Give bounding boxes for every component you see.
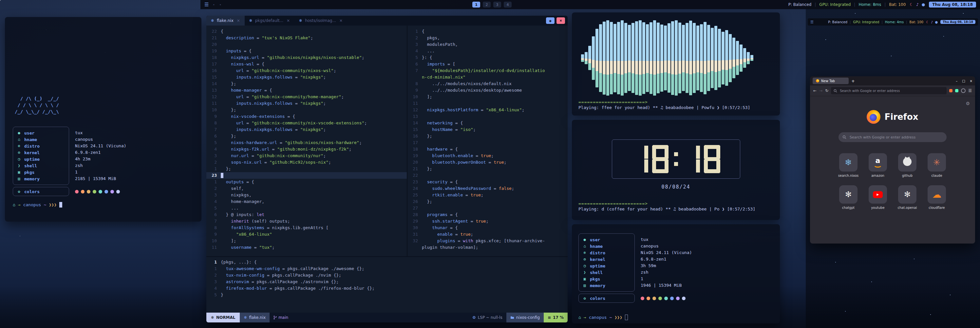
account-icon[interactable] xyxy=(961,89,966,93)
workspace-button-1[interactable]: 1 xyxy=(473,2,480,8)
workspace-button-2[interactable]: 2 xyxy=(483,2,491,8)
app-launcher-icon[interactable]: ☰ xyxy=(204,2,208,8)
fetch-row: ⚙kernel xyxy=(582,256,631,263)
visualizer-bar xyxy=(693,23,696,93)
personalize-gear-icon[interactable]: ⚙ xyxy=(966,101,970,106)
workspace-button-4[interactable]: 4 xyxy=(504,2,512,8)
code-line: 4 ... xyxy=(407,48,568,54)
night-light-icon[interactable]: ☾ xyxy=(910,2,913,7)
visualizer-bar xyxy=(740,44,743,72)
workspace-button-3[interactable]: 3 xyxy=(493,2,501,8)
fastfetch-keys-box: ●user⌂hname❄distro⚙kernel◷uptime❯shell▣p… xyxy=(578,233,635,292)
tab-label: flake.nix xyxy=(217,18,234,23)
bar-stat: P: Balanced xyxy=(788,2,811,7)
code-line: 6 } @ inputs: let xyxy=(206,211,407,218)
app-launcher-icon[interactable]: ☰ xyxy=(810,20,814,24)
minimize-button[interactable]: – xyxy=(956,79,958,83)
line-number: 8 xyxy=(206,225,221,231)
shortcut-tile[interactable]: aamazon xyxy=(865,153,891,177)
tab-close-icon[interactable]: × xyxy=(286,18,290,23)
shortcut-tile[interactable]: ▶youtube xyxy=(865,185,891,209)
terminal-visualizer[interactable]: =======================> Playing: ffee f… xyxy=(572,13,780,116)
shell-icon: ❯ xyxy=(582,270,587,275)
line-number: 2 xyxy=(206,159,221,166)
clock-widget[interactable]: Thu Aug 08, 18:18 xyxy=(940,20,975,24)
close-icon[interactable]: × xyxy=(557,17,565,24)
firefox-window[interactable]: New Tab + – □ × ← → ↻ ☰ ⚙ xyxy=(810,76,975,244)
fetch-row: ▣pkgs xyxy=(582,276,631,282)
night-light-icon[interactable]: ☾ xyxy=(926,20,929,24)
fetch-value: 1946 | 15394 MiB xyxy=(641,282,692,289)
shortcut-tile[interactable]: github xyxy=(894,153,920,177)
editor-pane-iso[interactable]: 1{2 pkgs,3 modulesPath,4 ...5}: {6 impor… xyxy=(407,25,568,256)
shortcut-tile[interactable]: ☁cloudflare xyxy=(924,185,950,209)
code-line: 2 pkgs, xyxy=(407,35,568,41)
nix-file-icon: ❄ xyxy=(249,18,253,23)
shortcut-tile[interactable]: ✻chatgpt xyxy=(835,185,861,209)
shortcut-tile[interactable]: ❄search.nixos xyxy=(835,153,861,177)
line-number: 11 xyxy=(206,100,221,107)
shortcut-tile[interactable]: ✳claude xyxy=(924,153,950,177)
notification-icon[interactable]: ● xyxy=(922,2,925,7)
prompt-segment: ❯❯❯ xyxy=(49,202,56,207)
terminal-clock[interactable]: 08/08/24 =======================> Playin… xyxy=(572,120,780,220)
editor-tab[interactable]: ❄flake.nix× xyxy=(206,16,245,25)
line-number: 11 xyxy=(206,244,221,251)
clock-widget[interactable]: Thu Aug 08, 18:18 xyxy=(929,2,976,8)
shell-prompt[interactable]: ⌂→canopus~❯❯❯ xyxy=(13,202,194,208)
shell-prompt[interactable]: ⌂→canopus~❯❯❯ xyxy=(578,315,773,320)
terminal-cursor xyxy=(59,202,62,208)
newtab-search-bar[interactable] xyxy=(838,132,947,142)
line-number xyxy=(407,244,422,251)
nix-file-icon: ❄ xyxy=(211,18,214,23)
back-button[interactable]: ← xyxy=(813,89,816,93)
shortcut-tile[interactable]: ✻chat.openai xyxy=(894,185,920,209)
code-line: 13 xyxy=(407,113,568,120)
code-line: 8 forAllSystems = nixpkgs.lib.genAttrs [ xyxy=(206,225,407,231)
fetch-row: ❄distro xyxy=(16,143,65,149)
forward-button[interactable]: → xyxy=(819,89,822,93)
host-icon: ⌂ xyxy=(16,137,22,142)
url-input[interactable] xyxy=(839,89,944,93)
new-tab-button[interactable]: + xyxy=(851,79,855,84)
close-button[interactable]: × xyxy=(970,79,972,83)
fetch-key: uptime xyxy=(24,157,40,162)
line-number: 22 xyxy=(407,172,422,179)
eye-icon[interactable]: ◉ xyxy=(546,17,555,24)
code-line: 25 rtkit.enable = true; xyxy=(407,192,568,198)
fetch-row: ▤memory xyxy=(16,176,65,182)
line-number: 5 xyxy=(206,205,221,211)
code-line: 21 description = "tux's NixOS Flake"; xyxy=(206,35,407,41)
claude-icon: ✳ xyxy=(933,157,940,167)
editor-pane-pkgs[interactable]: 1{pkgs, ...}: {1 tux-awesome-wm-config =… xyxy=(206,256,568,313)
browser-tab[interactable]: New Tab xyxy=(813,78,849,84)
code-line: 2 self, xyxy=(206,185,407,192)
extension-icon[interactable] xyxy=(949,89,953,92)
bar-stat: GPU: Integrated xyxy=(853,20,879,24)
maximize-button[interactable]: □ xyxy=(962,79,965,83)
prompt-segment: → xyxy=(584,315,586,320)
firefox-wordmark: Firefox xyxy=(885,112,918,122)
visualizer-bar xyxy=(595,29,598,87)
visualizer-bar xyxy=(657,22,660,93)
terminal-fastfetch-left[interactable]: / /\ (_) _/_/ / / \ \ / \ \ / /_/ \_\_/ … xyxy=(5,17,201,222)
reload-button[interactable]: ↻ xyxy=(825,89,828,93)
extension-icon[interactable] xyxy=(955,89,958,92)
line-number: 21 xyxy=(206,35,221,41)
notification-icon[interactable]: ● xyxy=(935,20,938,24)
editor-tab[interactable]: ❄hosts/isoImag...× xyxy=(294,16,347,25)
music-icon[interactable]: ♪ xyxy=(916,2,919,7)
terminal-fastfetch-right[interactable]: ●user⌂hname❄distro⚙kernel◷uptime❯shell▣p… xyxy=(572,224,780,323)
menu-button[interactable]: ☰ xyxy=(968,89,972,93)
code-line: 19 bluetooth.enable = true; xyxy=(407,152,568,159)
tab-close-icon[interactable]: × xyxy=(237,18,240,23)
code-line: 26 }; xyxy=(407,198,568,205)
neovim-window[interactable]: ❄flake.nix×❄pkgs/default...×❄hosts/isoIm… xyxy=(206,16,568,322)
url-bar[interactable] xyxy=(831,87,947,94)
music-icon[interactable]: ♪ xyxy=(931,20,933,24)
tab-close-icon[interactable]: × xyxy=(339,18,343,23)
editor-tab[interactable]: ❄pkgs/default...× xyxy=(245,16,294,25)
editor-pane-flake[interactable]: 22{21 description = "tux's NixOS Flake";… xyxy=(206,25,407,256)
colors-box: ✿ colors xyxy=(578,294,635,303)
newtab-search-input[interactable] xyxy=(849,135,943,140)
